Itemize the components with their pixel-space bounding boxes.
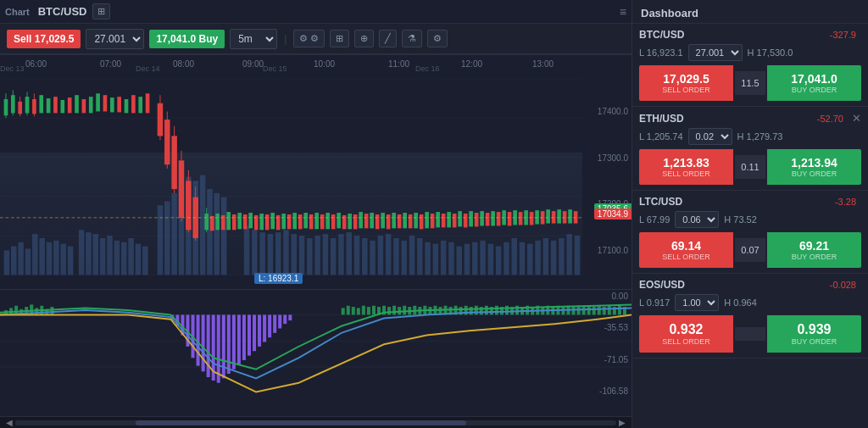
svg-rect-93 [60,100,64,113]
svg-rect-51 [354,236,359,275]
ltc-spread-select[interactable]: 0.06 [675,211,719,228]
eos-spread-select[interactable]: 1.00 [675,294,719,311]
svg-rect-139 [314,213,319,229]
eos-name: EOS/USD [639,279,830,291]
svg-rect-47 [323,234,328,275]
flask-icon-btn[interactable]: ⚗ [402,30,422,47]
svg-rect-133 [281,214,286,229]
draw-tool-btn[interactable]: ⊞ [330,30,349,47]
instrument-card-btcusd: BTC/USD -327.9 L 16,923.1 27.001 H 17,53… [632,24,868,107]
chart-scrollbar[interactable]: ◀ ▶ [0,416,632,428]
eos-buttons: 0.932SELL ORDER 0.939BUY ORDER [639,315,861,353]
ltc-buy-button[interactable]: 69.21BUY ORDER [767,232,861,268]
svg-rect-98 [96,93,100,111]
oscillator-svg [0,290,632,397]
price-17100: 17100.0 [582,246,632,255]
layout-icon-btn[interactable]: ⊞ [92,3,110,19]
btc-header: BTC/USD -327.9 [639,29,861,41]
svg-rect-120 [210,216,214,231]
svg-rect-185 [568,209,572,223]
time-axis: 06:00 07:00 08:00 09:00 10:00 11:00 12:0… [0,54,632,73]
chart-toolbar: Sell 17,029.5 27.001 17,041.0 Buy 5m1m15… [0,24,632,54]
eos-high-label: H 0.964 [724,297,757,308]
btc-spread-badge: 11.5 [735,71,765,95]
instrument-card-ethusd: ETH/USD -52.70 ✕ L 1,205.74 0.02 H 1,279… [632,107,868,191]
btc-sell-button[interactable]: 17,029.5SELL ORDER [639,65,733,101]
time-1100: 11:00 [388,59,409,69]
svg-rect-253 [485,306,488,315]
scroll-left-arrow[interactable]: ◀ [3,418,15,427]
svg-rect-26 [142,247,147,275]
hamburger-icon[interactable]: ≡ [620,5,626,19]
svg-rect-63 [448,242,453,275]
svg-rect-181 [546,209,550,223]
btc-spread-select[interactable]: 27.001 [688,44,743,61]
eos-sell-button[interactable]: 0.932SELL ORDER [639,315,733,353]
low-price-label: L: 16923.1 [254,273,303,284]
svg-rect-216 [248,314,251,355]
eth-spread-select[interactable]: 0.02 [688,128,732,145]
svg-rect-153 [392,213,396,228]
svg-rect-74 [535,241,540,275]
svg-rect-102 [125,99,129,113]
line-tool-btn[interactable]: ╱ [379,30,397,47]
eth-header: ETH/USD -52.70 ✕ [639,112,861,125]
eth-sell-button[interactable]: 1,213.83SELL ORDER [639,149,733,185]
svg-rect-211 [222,314,225,378]
eos-buy-button[interactable]: 0.939BUY ORDER [767,315,861,353]
ltc-change: -3.28 [835,197,856,207]
eos-header: EOS/USD -0.028 [639,279,861,291]
svg-rect-50 [346,232,351,275]
svg-rect-130 [265,214,270,230]
svg-rect-152 [387,214,391,229]
svg-rect-23 [121,242,126,275]
scroll-thumb[interactable] [136,420,466,425]
dashboard-panel: Dashboard BTC/USD -327.9 L 16,923.1 27.0… [632,0,868,428]
svg-rect-162 [442,214,446,227]
osc-1: -35.53 [582,323,632,332]
scroll-track[interactable] [15,420,616,425]
svg-rect-37 [244,225,249,275]
svg-rect-218 [258,314,261,346]
svg-rect-11 [32,234,37,275]
chart-area: Chart BTC/USD ⊞ ≡ Sell 17,029.5 27.001 1… [0,0,632,428]
sell-button[interactable]: Sell 17,029.5 [7,30,81,48]
timeframe-select[interactable]: 5m1m15m1h4h1D [230,29,277,49]
eth-low-label: L 1,205.74 [639,131,683,142]
eth-close-icon[interactable]: ✕ [852,112,861,125]
time-1300: 13:00 [532,59,554,69]
time-0800: 08:00 [173,59,194,69]
chart-label: Chart [5,7,30,17]
svg-rect-95 [75,95,79,113]
svg-rect-229 [362,306,365,315]
svg-rect-104 [138,97,142,113]
svg-rect-100 [110,97,114,112]
svg-rect-222 [278,314,281,328]
indicators-icon-btn[interactable]: ⚙ ⚙ [293,30,325,47]
svg-rect-172 [497,212,501,225]
svg-rect-223 [283,314,287,324]
ltc-sell-button[interactable]: 69.14SELL ORDER [639,232,733,268]
time-1000: 10:00 [314,59,335,69]
svg-rect-121 [215,214,220,230]
svg-rect-149 [370,213,374,228]
btc-buy-button[interactable]: 17,041.0BUY ORDER [767,65,861,101]
eth-low-high: L 1,205.74 0.02 H 1,279.73 [639,128,861,145]
scroll-right-arrow[interactable]: ▶ [616,418,628,427]
svg-rect-18 [86,232,91,275]
svg-rect-176 [519,212,523,225]
svg-rect-234 [387,307,391,314]
ltc-buttons: 69.14SELL ORDER 0.07 69.21BUY ORDER [639,232,861,268]
btc-buttons: 17,029.5SELL ORDER 11.5 17,041.0BUY ORDE… [639,65,861,101]
settings-icon-btn[interactable]: ⚙ [427,30,448,47]
crosshair-btn[interactable]: ⊕ [354,30,374,47]
eth-buy-button[interactable]: 1,213.94BUY ORDER [767,149,861,185]
svg-rect-71 [511,238,516,275]
eos-low-label: L 0.917 [639,297,670,308]
svg-rect-77 [559,238,564,275]
svg-rect-79 [575,236,580,275]
eth-buttons: 1,213.83SELL ORDER 0.11 1,213.94BUY ORDE… [639,149,861,185]
svg-rect-25 [136,244,141,275]
eth-high-label: H 1,279.73 [737,131,783,142]
ask-price-select[interactable]: 27.001 [86,29,144,49]
